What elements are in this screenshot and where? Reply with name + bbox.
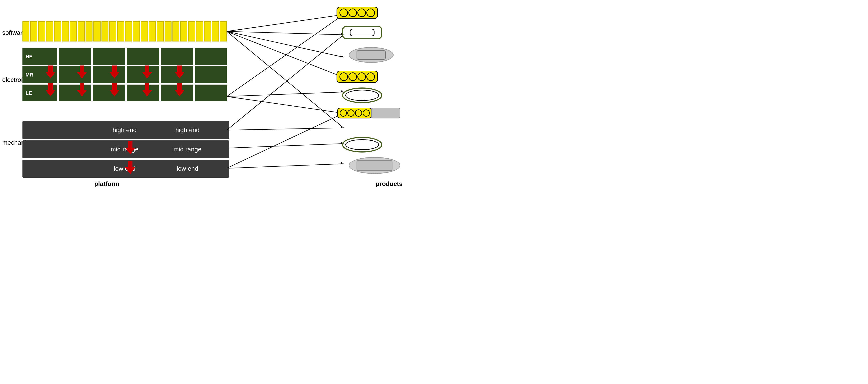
sw-tile-14: [133, 21, 140, 41]
sw-tile-11: [109, 21, 116, 41]
le-block-5: [195, 84, 227, 101]
software-row: [23, 21, 227, 41]
sw-tile-6: [70, 21, 77, 41]
mr-block-3: [127, 66, 159, 83]
he-block-5: [195, 48, 227, 65]
conn-elec-p5: [227, 92, 343, 97]
product-4-coil: [337, 71, 378, 83]
mr-label-block: MR: [23, 66, 57, 83]
le-block-1: [59, 84, 91, 101]
elec-le-row: LE: [23, 84, 227, 101]
sw-tile-7: [78, 21, 85, 41]
le-block-2: [93, 84, 125, 101]
conn-cross-1: [227, 31, 343, 128]
sw-tile-3: [46, 21, 53, 41]
mr-block-2: [93, 66, 125, 83]
mr-block-1: [59, 66, 91, 83]
sw-tile-10: [101, 21, 108, 41]
product-5-dark-oval: [342, 88, 382, 103]
mr-block-4: [161, 66, 193, 83]
sw-tile-21: [188, 21, 195, 41]
he-block-1: [59, 48, 91, 65]
he-block-4: [161, 48, 193, 65]
sw-tile-13: [125, 21, 132, 41]
mr-block-5: [195, 66, 227, 83]
conn-sw-p1: [227, 14, 343, 31]
product-3-gray-oval: [349, 47, 394, 63]
sw-tile-22: [196, 21, 203, 41]
platform-label: platform: [94, 180, 119, 187]
sw-tile-23: [204, 21, 211, 41]
diagram-container: software electronics mechanics HE MR: [0, 0, 434, 192]
conn-mech-p8: [229, 144, 343, 148]
sw-tile-0: [23, 21, 29, 41]
elec-he-row: HE: [23, 48, 227, 65]
product-7-dark-oval: [342, 137, 382, 152]
conn-mech-p9: [229, 164, 343, 168]
mech-low-end-right: low end: [146, 160, 229, 178]
sw-tile-2: [38, 21, 45, 41]
sw-tile-16: [149, 21, 156, 41]
le-label-block: LE: [23, 84, 57, 101]
sw-tile-20: [180, 21, 187, 41]
mechanics-group-right: high end mid range low end: [146, 121, 229, 179]
sw-tile-18: [164, 21, 172, 41]
product-6-combo: [337, 108, 400, 118]
sw-tile-4: [54, 21, 61, 41]
le-block-4: [161, 84, 193, 101]
sw-tile-1: [30, 21, 37, 41]
conn-cross-2: [227, 14, 343, 97]
conn-elec-p6: [227, 97, 343, 113]
conn-mech-p7: [229, 128, 343, 130]
sw-tile-9: [93, 21, 100, 41]
sw-tile-15: [141, 21, 148, 41]
product-1-coil: [337, 7, 378, 19]
products-label: products: [376, 180, 403, 187]
electronics-group-left: HE MR LE: [23, 48, 227, 103]
he-block-3: [127, 48, 159, 65]
arr-tip-5: [341, 90, 343, 93]
conn-sw-p3: [227, 31, 343, 57]
mech-mid-range-right: mid range: [146, 140, 229, 159]
product-8-gray-oval-large: [349, 157, 400, 174]
sw-tile-24: [212, 21, 219, 41]
le-block-3: [127, 84, 159, 101]
sw-tile-5: [62, 21, 69, 41]
conn-cross-4: [227, 113, 343, 168]
arr-tip-9: [341, 162, 343, 164]
product-2-dark-rect: [342, 26, 382, 39]
conn-sw-p4: [227, 31, 343, 77]
sw-tile-17: [157, 21, 164, 41]
sw-tile-8: [86, 21, 93, 41]
arr-tip-3: [341, 56, 343, 58]
he-block-2: [93, 48, 125, 65]
elec-mr-row: MR: [23, 66, 227, 83]
sw-tile-25: [220, 21, 227, 41]
sw-tile-12: [117, 21, 124, 41]
sw-tile-19: [173, 21, 179, 41]
conn-cross-3: [227, 35, 343, 130]
mech-high-end-right: high end: [146, 121, 229, 139]
arr-tip-7: [341, 126, 343, 128]
conn-sw-p2: [227, 31, 343, 35]
he-label-block: HE: [23, 48, 57, 65]
